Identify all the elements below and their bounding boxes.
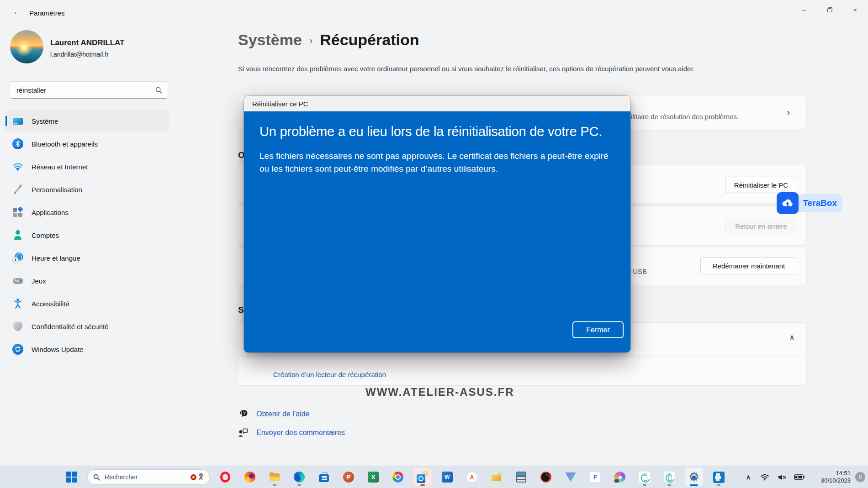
breadcrumb-separator-icon: › — [309, 33, 312, 47]
sidebar-item-jeux[interactable]: Jeux — [5, 270, 169, 291]
battery-charging-icon[interactable] — [793, 471, 806, 483]
user-email: l.andrillat@hotmail.fr — [50, 51, 109, 58]
back-arrow-icon[interactable]: ← — [10, 5, 25, 18]
reset-pc-button[interactable]: Réinitialiser le PC — [725, 177, 797, 193]
sidebar-item-label: Jeux — [32, 277, 46, 285]
terabox-label: TeraBox — [803, 198, 837, 208]
sidebar-item-bluetooth[interactable]: Bluetooth et appareils — [5, 133, 169, 154]
sidebar-item-systeme[interactable]: Système — [5, 110, 169, 131]
sidebar-item-label: Applications — [32, 209, 69, 216]
firefox-icon — [244, 472, 255, 483]
taskbar-apps: Rechercher P X W A ✶ F ⚙ — [63, 468, 728, 486]
driver-booster-icon — [540, 472, 551, 483]
sidebar-item-personnalisation[interactable]: Personnalisation — [5, 179, 169, 200]
taskbar-excel[interactable]: X — [364, 468, 382, 486]
recovery-drive-link[interactable]: Création d’un lecteur de récupération — [273, 371, 386, 378]
taskbar-driver-booster[interactable] — [537, 468, 555, 486]
taskbar-microsoft-store[interactable] — [315, 468, 333, 486]
dialog-titlebar[interactable]: Réinitialiser ce PC — [244, 96, 630, 111]
search-input[interactable] — [16, 86, 155, 94]
troubleshoot-text-fragment: ilitaire de résolution des problèmes. — [631, 113, 739, 121]
sidebar-item-label: Windows Update — [32, 346, 83, 353]
taskbar-opera[interactable] — [216, 468, 234, 486]
sidebar-item-applications[interactable]: Applications — [5, 202, 169, 223]
sidebar-item-label: Bluetooth et appareils — [32, 140, 98, 148]
microsoft-store-icon — [318, 472, 329, 483]
volume-muted-icon[interactable] — [776, 471, 789, 483]
support-heading-fragment: S — [238, 305, 244, 315]
phone-sync-icon — [663, 471, 675, 483]
taskbar-powerpoint[interactable]: P — [339, 468, 358, 486]
taskbar-search[interactable]: Rechercher — [87, 469, 210, 485]
taskbar-outlook[interactable] — [413, 468, 432, 486]
tray-chevron-icon[interactable]: ∧ — [743, 473, 754, 481]
sidebar-item-windows-update[interactable]: Windows Update — [5, 339, 169, 360]
taskbar-phone-sync-1[interactable] — [635, 468, 654, 486]
accessibility-icon — [12, 298, 24, 310]
breadcrumb: Système › Récupération — [238, 31, 419, 49]
minimize-button[interactable]: – — [791, 3, 817, 16]
taskbar-wise-utility[interactable]: ✶ — [487, 468, 506, 486]
terabox-cloud-icon[interactable] — [777, 192, 799, 214]
personalization-icon — [12, 184, 24, 195]
sidebar-nav: Système Bluetooth et appareils Réseau et… — [5, 110, 169, 362]
chevron-right-icon[interactable]: › — [787, 107, 790, 119]
taskbar-calculator[interactable] — [512, 468, 530, 486]
privacy-shield-icon — [12, 320, 24, 332]
reset-pc-dialog: Réinitialiser ce PC Un problème a eu lie… — [244, 96, 630, 352]
start-button[interactable] — [63, 468, 81, 486]
system-icon — [12, 115, 24, 127]
windows-update-icon — [12, 343, 24, 355]
window-controls: – × — [791, 3, 868, 16]
usb-text-fragment: r USB — [629, 268, 647, 275]
close-button[interactable]: × — [842, 3, 868, 16]
taskbar-fax-printer[interactable] — [709, 468, 728, 486]
search-icon — [155, 87, 162, 94]
get-help-row[interactable]: ? Obtenir de l’aide — [238, 409, 310, 419]
sidebar-item-comptes[interactable]: Comptes — [5, 225, 169, 246]
powerpoint-icon: P — [343, 472, 354, 483]
search-doodle-icon[interactable] — [191, 473, 205, 481]
sidebar-item-confidentialite[interactable]: Confidentialité et sécurité — [5, 316, 169, 337]
restore-button[interactable] — [817, 3, 842, 16]
sidebar-item-accessibilite[interactable]: Accessibilité — [5, 293, 169, 314]
media-tool-icon — [614, 472, 625, 483]
taskbar-file-explorer[interactable] — [265, 468, 284, 486]
taskbar-proton-vpn[interactable] — [561, 468, 580, 486]
restore-icon — [827, 7, 832, 12]
feedback-row[interactable]: Envoyer des commentaires — [238, 428, 345, 438]
restart-now-button[interactable]: Redémarrer maintenant — [700, 257, 797, 274]
app-title: Paramètres — [29, 9, 65, 17]
terabox-badge[interactable]: TeraBox — [777, 192, 843, 214]
taskbar-settings[interactable]: ⚙ — [685, 468, 703, 486]
svg-text:?: ? — [243, 410, 246, 415]
notification-badge[interactable]: 0 — [855, 472, 865, 482]
sidebar-item-heure-langue[interactable]: Heure et langue — [5, 247, 169, 268]
sidebar-item-label: Confidentialité et sécurité — [32, 323, 108, 331]
chevron-up-icon[interactable]: ∧ — [789, 333, 794, 341]
feedback-person-icon — [238, 428, 249, 438]
wifi-icon[interactable] — [758, 471, 771, 483]
sidebar-item-reseau[interactable]: Réseau et Internet — [5, 156, 169, 177]
taskbar-chrome[interactable] — [389, 468, 407, 486]
taskbar-glary[interactable]: F — [586, 468, 604, 486]
edge-icon — [294, 472, 305, 483]
avatar[interactable] — [10, 30, 43, 63]
taskbar-media-tool[interactable] — [611, 468, 629, 486]
settings-search[interactable] — [10, 81, 168, 99]
tray-clock[interactable]: 14:51 30/10/2023 — [810, 470, 851, 484]
time-language-icon — [12, 252, 24, 264]
taskbar-word[interactable]: W — [438, 468, 456, 486]
sidebar-item-label: Accessibilité — [32, 300, 69, 308]
taskbar-anydesk[interactable]: A — [463, 468, 481, 486]
send-feedback-link[interactable]: Envoyer des commentaires — [256, 429, 345, 437]
taskbar-edge[interactable] — [290, 468, 308, 486]
dialog-body: Un problème a eu lieu lors de la réiniti… — [244, 111, 630, 352]
get-help-link[interactable]: Obtenir de l’aide — [256, 410, 310, 418]
breadcrumb-parent[interactable]: Système — [238, 31, 302, 49]
sidebar-item-label: Personnalisation — [32, 186, 82, 194]
tray-time: 14:51 — [810, 470, 851, 477]
dialog-close-button[interactable]: Fermer — [572, 321, 624, 338]
taskbar-firefox[interactable] — [241, 468, 259, 486]
taskbar-phone-sync-2[interactable] — [660, 468, 678, 486]
